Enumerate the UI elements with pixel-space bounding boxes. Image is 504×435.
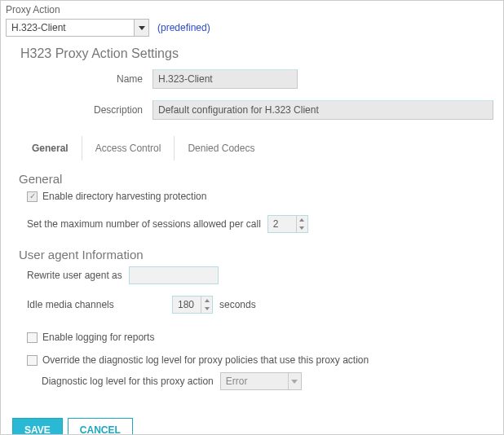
- save-button[interactable]: SAVE: [12, 418, 63, 435]
- name-label: Name: [6, 73, 153, 85]
- description-field[interactable]: [153, 100, 493, 120]
- tabs: General Access Control Denied Codecs: [19, 136, 498, 160]
- rewrite-user-agent-field[interactable]: [129, 266, 219, 284]
- max-sessions-label: Set the maximum number of sessions allow…: [27, 218, 261, 230]
- stepper-arrows-icon: [201, 297, 212, 313]
- harvest-checkbox[interactable]: ✓: [27, 191, 38, 202]
- max-sessions-value: 2: [268, 216, 296, 232]
- cancel-button[interactable]: CANCEL: [68, 418, 133, 435]
- name-field[interactable]: [153, 69, 298, 89]
- harvest-label: Enable directory harvesting protection: [42, 191, 206, 202]
- override-diag-label: Override the diagnostic log level for pr…: [42, 354, 369, 366]
- diag-level-value: Error: [221, 373, 288, 389]
- tab-general[interactable]: General: [19, 136, 82, 160]
- diag-level-label: Diagnostic log level for this proxy acti…: [42, 376, 214, 387]
- user-agent-heading: User agent Information: [19, 248, 498, 261]
- idle-value: 180: [173, 297, 201, 313]
- idle-stepper[interactable]: 180: [172, 296, 213, 314]
- override-diag-checkbox[interactable]: [27, 355, 38, 366]
- idle-unit: seconds: [219, 299, 256, 310]
- dropdown-caret-icon: [288, 373, 301, 389]
- max-sessions-stepper[interactable]: 2: [267, 215, 308, 233]
- dropdown-caret-icon: [134, 20, 148, 36]
- proxy-action-value: H.323-Client: [7, 22, 134, 33]
- proxy-action-select[interactable]: H.323-Client: [6, 19, 149, 37]
- tab-access-control[interactable]: Access Control: [82, 136, 175, 160]
- proxy-action-label: Proxy Action: [6, 4, 498, 15]
- rewrite-label: Rewrite user agent as: [27, 270, 122, 281]
- tab-denied-codecs[interactable]: Denied Codecs: [175, 136, 267, 160]
- diag-level-select[interactable]: Error: [220, 372, 302, 390]
- enable-logging-checkbox[interactable]: [27, 332, 38, 343]
- description-label: Description: [6, 104, 153, 116]
- general-heading: General: [19, 172, 498, 186]
- settings-title: H323 Proxy Action Settings: [20, 46, 498, 61]
- predefined-indicator: (predefined): [157, 22, 210, 33]
- enable-logging-label: Enable logging for reports: [42, 332, 154, 343]
- idle-label: Idle media channels: [27, 299, 166, 310]
- stepper-arrows-icon: [296, 216, 307, 232]
